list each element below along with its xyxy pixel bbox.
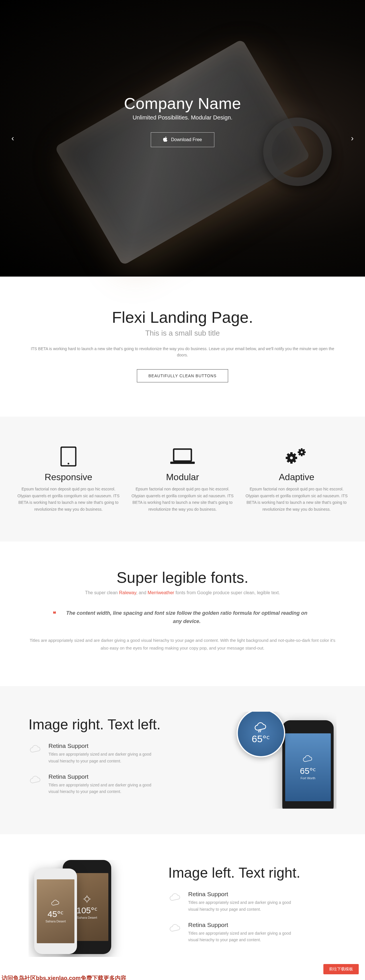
fonts-quote: The content width, line spacing and font… — [61, 609, 312, 625]
svg-rect-2 — [174, 449, 191, 461]
svg-line-11 — [287, 461, 288, 462]
cloud-icon — [29, 743, 43, 757]
hero-subtitle: Unlimited Possibilities. Modular Design. — [124, 115, 241, 121]
cloud-icon — [168, 891, 183, 905]
raleway-link[interactable]: Raleway — [119, 590, 136, 595]
svg-point-22 — [85, 897, 89, 901]
fonts-section: Super legible fonts. The super clean Ral… — [11, 541, 354, 686]
feature-responsive: Responsive Epsum factorial non deposit q… — [17, 445, 120, 513]
feature-text: Epsum factorial non deposit quid pro quo… — [245, 486, 348, 513]
split-item-title: Retina Support — [188, 921, 302, 928]
corner-watermark: 访问鱼鸟社区bbs.xienlao.com免费下载更多内容 — [0, 974, 128, 980]
hero-device-mockup — [54, 39, 311, 266]
svg-line-9 — [287, 454, 288, 455]
cloud-icon — [29, 773, 43, 788]
split-item-text: Titles are appropriately sized and are d… — [188, 930, 302, 944]
split-item-text: Titles are appropriately sized and are d… — [188, 899, 302, 913]
svg-rect-3 — [170, 461, 195, 464]
svg-line-10 — [294, 454, 295, 455]
cloud-icon — [168, 921, 183, 936]
split-item: Retina Support Titles are appropriately … — [168, 891, 336, 913]
hero-section: ‹ › Company Name Unlimited Possibilities… — [0, 0, 365, 277]
merriweather-link[interactable]: Merriweather — [148, 590, 174, 595]
split-item-title: Retina Support — [188, 891, 302, 897]
phone-mockup-right: 65°ᶜ Fort Worth 65°ᶜ — [214, 712, 336, 809]
svg-point-1 — [68, 463, 69, 465]
svg-point-13 — [300, 450, 304, 454]
split2-title: Image left. Text right. — [168, 864, 336, 881]
svg-line-12 — [294, 461, 295, 462]
phone-mockup-left: 105°ᶜ Sahara Desert 45°ᶜ Sahara Desert — [29, 860, 151, 957]
gears-icon — [245, 445, 348, 468]
laptop-icon — [131, 445, 234, 468]
split-item: Retina Support Titles are appropriately … — [29, 773, 197, 795]
weather-badge: 65°ᶜ — [237, 712, 285, 757]
split-image-right: Image right. Text left. Retina Support T… — [0, 686, 365, 834]
svg-point-4 — [288, 455, 294, 461]
split-item: Retina Support Titles are appropriately … — [29, 743, 197, 765]
fonts-lead: The super clean Raleway, and Merriweathe… — [29, 590, 336, 595]
download-free-label: Download Free — [171, 137, 202, 142]
feature-modular: Modular Epsum factorial non deposit quid… — [131, 445, 234, 513]
split-item: Retina Support Titles are appropriately … — [168, 921, 336, 944]
features-section: Responsive Epsum factorial non deposit q… — [0, 417, 365, 541]
fonts-body: Titles are appropriately sized and are d… — [29, 636, 336, 652]
download-template-button[interactable]: 前往下载模板 — [324, 964, 359, 974]
split-item-text: Titles are appropriately sized and are d… — [48, 782, 163, 795]
intro-section: Flexi Landing Page. This is a small sub … — [11, 277, 354, 417]
feature-title: Adaptive — [245, 472, 348, 482]
fonts-title: Super legible fonts. — [29, 568, 336, 586]
feature-title: Modular — [131, 472, 234, 482]
carousel-prev[interactable]: ‹ — [11, 134, 14, 143]
intro-title: Flexi Landing Page. — [29, 308, 336, 326]
split-item-text: Titles are appropriately sized and are d… — [48, 751, 163, 765]
intro-subtitle: This is a small sub title — [29, 329, 336, 337]
split-item-title: Retina Support — [48, 773, 163, 780]
intro-description: ITS BETA is working hard to launch a new… — [29, 345, 336, 358]
svg-line-20 — [299, 454, 300, 455]
svg-line-18 — [299, 449, 300, 450]
clean-buttons-button[interactable]: BEAUTIFULLY CLEAN BUTTONS — [137, 369, 228, 382]
split1-title: Image right. Text left. — [29, 716, 197, 733]
svg-line-19 — [304, 449, 304, 450]
feature-title: Responsive — [17, 472, 120, 482]
split-item-title: Retina Support — [48, 743, 163, 749]
tablet-icon — [17, 445, 120, 468]
carousel-next[interactable]: › — [351, 134, 354, 143]
quote-icon: ❝ — [53, 609, 56, 625]
feature-text: Epsum factorial non deposit quid pro quo… — [17, 486, 120, 513]
svg-line-21 — [304, 454, 304, 455]
feature-text: Epsum factorial non deposit quid pro quo… — [131, 486, 234, 513]
download-free-button[interactable]: Download Free — [151, 132, 214, 147]
split-image-left: Image left. Text right. Retina Support T… — [0, 834, 365, 980]
feature-adaptive: Adaptive Epsum factorial non deposit qui… — [245, 445, 348, 513]
hero-title: Company Name — [124, 94, 241, 113]
apple-icon — [163, 137, 168, 143]
